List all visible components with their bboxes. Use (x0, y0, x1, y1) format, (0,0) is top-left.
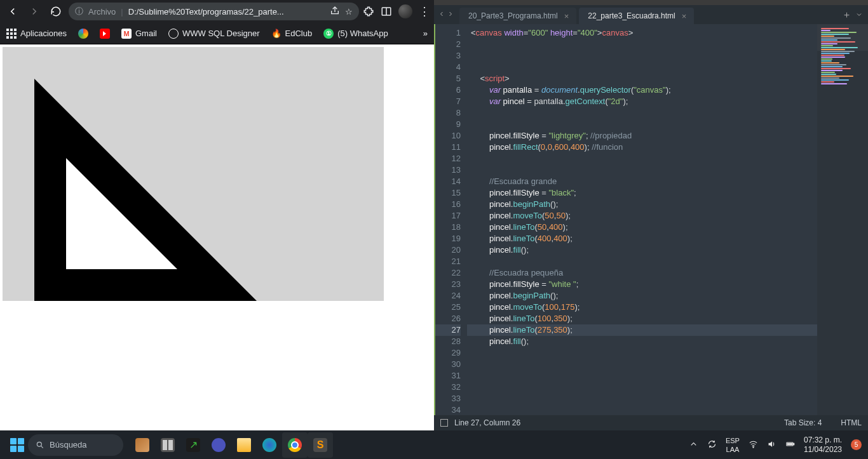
svg-rect-7 (793, 443, 794, 445)
chrome-right-icons: ⋮ (363, 4, 430, 18)
photos-icon (78, 29, 88, 39)
chrome-toolbar: ⓘ Archivo | D:/Sublime%20Text/programas/… (0, 0, 434, 23)
taskbar-app-1[interactable] (130, 432, 155, 458)
address-path: D:/Sublime%20Text/programas/22_parte... (128, 7, 325, 17)
site-info-icon[interactable]: ⓘ (75, 6, 83, 17)
sublime-window: 20_Parte3_Programa.html × 22_parte3_Escu… (434, 0, 868, 430)
bookmark-photos[interactable] (78, 29, 88, 39)
taskbar-app-chrome[interactable] (282, 432, 308, 458)
system-tray: ESP LAA 07:32 p. m. 11/04/2023 5 (689, 436, 862, 455)
notification-badge[interactable]: 5 (851, 439, 862, 450)
battery-icon[interactable] (785, 439, 795, 451)
star-icon[interactable]: ☆ (345, 7, 353, 17)
sql-icon (168, 29, 179, 39)
editor-body: 1234567891011121314151617181920212223242… (434, 24, 868, 415)
back-button[interactable] (4, 3, 22, 20)
forward-button[interactable] (25, 3, 43, 20)
taskbar-app-explorer[interactable] (231, 432, 257, 458)
canvas-output (3, 47, 384, 301)
youtube-icon (100, 29, 110, 39)
taskbar-app-edge[interactable] (257, 432, 282, 458)
bookmarks-overflow-icon[interactable]: » (423, 29, 428, 38)
clock[interactable]: 07:32 p. m. 11/04/2023 (804, 436, 842, 455)
status-checkbox[interactable] (440, 419, 448, 427)
tray-sync-icon[interactable] (707, 439, 717, 451)
share-icon[interactable] (330, 6, 340, 18)
minimap[interactable] (817, 24, 868, 415)
tab-close-icon[interactable]: × (682, 11, 687, 21)
svg-line-3 (41, 446, 43, 448)
tab-close-icon[interactable]: × (564, 11, 569, 21)
svg-marker-5 (768, 441, 772, 447)
taskbar-app-taskview[interactable] (155, 432, 180, 458)
tab-label: 22_parte3_Escuadra.html (588, 11, 675, 20)
extensions-icon[interactable] (363, 6, 374, 17)
tab-file-0[interactable]: 20_Parte3_Programa.html × (459, 8, 576, 24)
tray-chevron-icon[interactable] (689, 439, 698, 451)
bookmarks-bar: Aplicaciones MGmail WWW SQL Designer 🔥Ed… (0, 23, 434, 44)
whatsapp-icon: ① (323, 29, 334, 39)
svg-point-4 (753, 446, 754, 447)
taskbar-app-teams[interactable] (206, 432, 231, 458)
apps-icon (6, 29, 17, 39)
search-placeholder: Búsqueda (50, 440, 87, 449)
editor-menu-bar[interactable] (434, 0, 868, 5)
panel-icon[interactable] (381, 6, 392, 17)
edclub-icon: 🔥 (271, 29, 281, 39)
bookmark-gmail[interactable]: MGmail (121, 29, 157, 39)
gmail-icon: M (121, 29, 132, 39)
syntax-mode[interactable]: HTML (841, 418, 862, 427)
svg-rect-8 (787, 443, 792, 445)
editor-tab-bar: 20_Parte3_Programa.html × 22_parte3_Escu… (434, 5, 868, 24)
chrome-window: ⓘ Archivo | D:/Sublime%20Text/programas/… (0, 0, 434, 430)
search-icon (36, 441, 44, 449)
code-area[interactable]: <canvas width="600" height="400">canvas>… (467, 24, 817, 415)
taskbar-search[interactable]: Búsqueda (28, 434, 123, 456)
windows-taskbar: Búsqueda ↗ S ESP LAA 07:32 p. m. 11/04/2… (0, 430, 868, 459)
new-tab-icon[interactable]: ＋ (842, 9, 851, 21)
profile-avatar[interactable] (398, 4, 412, 18)
bookmark-edclub[interactable]: 🔥EdClub (271, 29, 313, 39)
volume-icon[interactable] (767, 439, 776, 451)
apps-shortcut[interactable]: Aplicaciones (6, 29, 67, 39)
tab-history-fwd-icon[interactable] (447, 9, 454, 20)
wifi-icon[interactable] (749, 439, 758, 451)
tab-label: 20_Parte3_Programa.html (468, 11, 558, 20)
address-bar[interactable]: ⓘ Archivo | D:/Sublime%20Text/programas/… (69, 3, 359, 20)
tab-size[interactable]: Tab Size: 4 (784, 418, 822, 427)
bookmark-youtube[interactable] (100, 29, 110, 39)
chrome-menu-icon[interactable]: ⋮ (419, 6, 430, 17)
bookmark-whatsapp[interactable]: ①(5) WhatsApp (323, 29, 388, 39)
tab-file-1[interactable]: 22_parte3_Escuadra.html × (579, 8, 694, 24)
reload-button[interactable] (47, 3, 65, 20)
start-button[interactable] (6, 434, 28, 456)
line-number-gutter[interactable]: 1234567891011121314151617181920212223242… (434, 24, 467, 415)
svg-point-2 (37, 442, 41, 446)
modified-indicator (434, 24, 435, 415)
editor-status-bar: Line 27, Column 26 Tab Size: 4 HTML (434, 415, 868, 430)
tab-history-back-icon[interactable] (438, 9, 445, 20)
address-scheme: Archivo (88, 7, 116, 17)
taskbar-app-sublime[interactable]: S (308, 432, 333, 458)
bookmark-sql[interactable]: WWW SQL Designer (168, 29, 260, 39)
input-language[interactable]: ESP LAA (726, 436, 740, 454)
page-viewport (0, 44, 434, 430)
taskbar-app-2[interactable]: ↗ (180, 432, 206, 458)
tab-dropdown-icon[interactable] (855, 10, 863, 20)
cursor-position: Line 27, Column 26 (454, 418, 520, 427)
